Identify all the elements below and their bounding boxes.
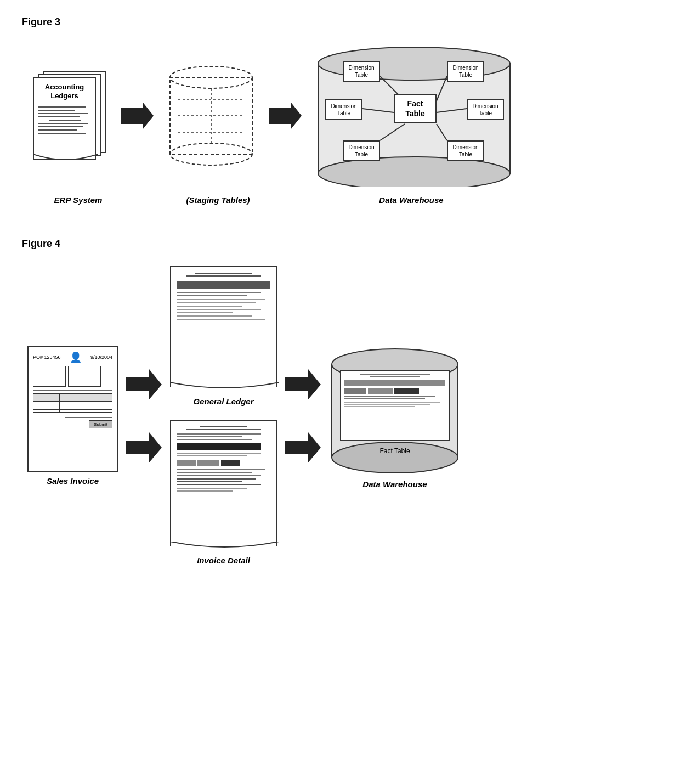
dw4-group: Fact Table Data Warehouse xyxy=(329,342,461,489)
middle-docs: General Ledger xyxy=(170,266,277,565)
general-ledger-doc xyxy=(170,266,277,387)
arrow-staging-to-dw xyxy=(269,102,302,129)
dw3-caption: Data Warehouse xyxy=(379,195,443,205)
arrow-erp-to-staging xyxy=(121,102,154,129)
svg-marker-18 xyxy=(126,369,162,399)
right-arrow-group xyxy=(285,369,321,462)
data-warehouse: FactTable DimensionTable DimensionTable … xyxy=(315,44,513,187)
invoice-detail-doc xyxy=(170,420,277,546)
svg-line-15 xyxy=(437,109,467,112)
id-caption: Invoice Detail xyxy=(197,556,250,565)
erp-caption: ERP System xyxy=(54,195,103,205)
staging-tables xyxy=(167,61,255,171)
sales-invoice-caption: Sales Invoice xyxy=(47,476,99,486)
gl-caption: General Ledger xyxy=(193,397,253,406)
left-arrow-group xyxy=(126,369,162,462)
figure3-diagram: AccountingLedgers xyxy=(22,39,658,193)
figure3-label: Figure 3 xyxy=(22,16,658,28)
arrow-to-id xyxy=(126,432,162,462)
sales-invoice-group: PO# 123456 👤 9/10/2004 — — — xyxy=(27,346,118,486)
svg-marker-19 xyxy=(126,432,162,462)
arrow-gl-to-dw xyxy=(285,369,321,399)
staging-caption: (Staging Tables) xyxy=(186,195,250,205)
figure3-section: Figure 3 AccountingLedgers xyxy=(22,16,658,205)
svg-line-14 xyxy=(362,109,394,112)
svg-line-16 xyxy=(380,124,405,140)
sales-invoice-doc: PO# 123456 👤 9/10/2004 — — — xyxy=(27,346,118,472)
figure4-label: Figure 4 xyxy=(22,238,658,250)
general-ledger-group: General Ledger xyxy=(170,266,277,406)
svg-marker-8 xyxy=(269,102,302,129)
figure4-section: Figure 4 PO# 123456 👤 9/10/2004 xyxy=(22,238,658,571)
svg-marker-21 xyxy=(285,432,321,462)
dw4-caption: Data Warehouse xyxy=(362,480,427,489)
po-text: PO# 123456 xyxy=(33,354,61,360)
date-text: 9/10/2004 xyxy=(90,354,112,360)
stacked-pages: AccountingLedgers xyxy=(33,71,107,161)
svg-line-13 xyxy=(437,76,447,101)
svg-marker-20 xyxy=(285,369,321,399)
arrow-id-to-dw xyxy=(285,432,321,462)
fact-table-label: Fact Table xyxy=(379,447,410,455)
figure4-diagram: PO# 123456 👤 9/10/2004 — — — xyxy=(22,261,658,571)
arrow-to-gl xyxy=(126,369,162,399)
svg-line-17 xyxy=(437,124,447,140)
invoice-detail-group: Invoice Detail xyxy=(170,420,277,565)
erp-system: AccountingLedgers xyxy=(33,71,107,161)
svg-marker-0 xyxy=(121,102,154,129)
